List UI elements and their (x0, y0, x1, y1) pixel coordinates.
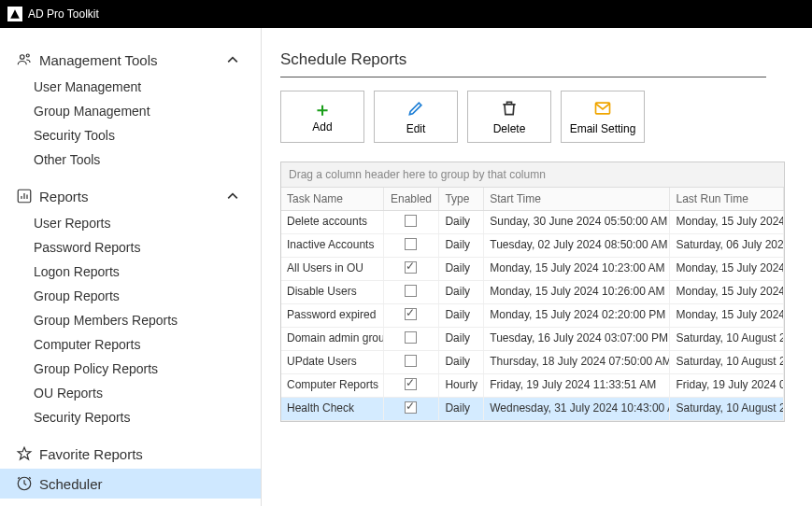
reports-icon (15, 187, 34, 205)
email-setting-button[interactable]: Email Setting (561, 91, 645, 143)
cell-last: Friday, 19 July 2024 01:3 (670, 374, 784, 397)
table-row[interactable]: Password expiredDailyMonday, 15 July 202… (281, 304, 784, 328)
cell-last: Monday, 15 July 2024 05 (670, 211, 784, 233)
cell-start: Monday, 15 July 2024 02:20:00 PM (484, 304, 670, 327)
cell-enabled[interactable] (384, 234, 440, 257)
checkbox-icon[interactable] (405, 215, 417, 227)
table-row[interactable]: Delete accountsDailySunday, 30 June 2024… (281, 211, 784, 234)
cell-last: Saturday, 10 August 202 (670, 328, 784, 350)
table-row[interactable]: All Users in OUDailyMonday, 15 July 2024… (281, 258, 784, 281)
group-by-hint[interactable]: Drag a column header here to group by th… (281, 162, 784, 188)
sidebar-item-logon-reports[interactable]: Logon Reports (0, 260, 261, 284)
grid-body: Delete accountsDailySunday, 30 June 2024… (281, 211, 784, 421)
chevron-up-icon (227, 52, 238, 68)
sidebar-item-favorite-reports[interactable]: Favorite Reports (0, 439, 261, 469)
content-pane: Schedule Reports ＋ Add Edit Delete (262, 28, 812, 506)
cell-enabled[interactable] (384, 281, 440, 303)
plus-icon: ＋ (313, 100, 332, 119)
cell-type: Daily (439, 351, 484, 373)
checkbox-icon[interactable] (405, 378, 417, 390)
cell-type: Daily (439, 398, 484, 420)
sidebar-item-group-management[interactable]: Group Management (0, 99, 261, 123)
button-label: Edit (406, 122, 426, 135)
table-row[interactable]: UPdate UsersDailyThursday, 18 July 2024 … (281, 351, 784, 374)
delete-button[interactable]: Delete (467, 91, 551, 143)
clock-icon (15, 474, 34, 493)
col-type[interactable]: Type (439, 188, 484, 210)
cell-enabled[interactable] (384, 304, 440, 327)
cell-task: Inactive Accounts (281, 234, 384, 257)
checkbox-icon[interactable] (405, 238, 417, 250)
sidebar-item-ou-reports[interactable]: OU Reports (0, 381, 261, 405)
table-row[interactable]: Disable UsersDailyMonday, 15 July 2024 1… (281, 281, 784, 304)
checkbox-icon[interactable] (405, 261, 417, 274)
sidebar-item-user-management[interactable]: User Management (0, 75, 261, 99)
sidebar-item-group-reports[interactable]: Group Reports (0, 284, 261, 308)
cell-enabled[interactable] (384, 258, 440, 280)
trash-icon (500, 99, 519, 120)
sidebar-item-label: Scheduler (39, 476, 103, 492)
button-label: Add (312, 120, 332, 134)
cell-enabled[interactable] (384, 328, 440, 350)
svg-point-2 (26, 54, 29, 57)
sidebar-item-user-reports[interactable]: User Reports (0, 211, 261, 235)
cell-task: UPdate Users (281, 351, 384, 373)
cell-last: Saturday, 10 August 202 (670, 351, 784, 373)
cell-task: Health Check (281, 398, 384, 420)
sidebar-item-other-tools[interactable]: Other Tools (0, 148, 261, 172)
edit-button[interactable]: Edit (374, 91, 458, 143)
cell-start: Thursday, 18 July 2024 07:50:00 AM (484, 351, 670, 373)
cell-last: Saturday, 10 August 202 (670, 398, 784, 420)
checkbox-icon[interactable] (405, 401, 417, 414)
cell-enabled[interactable] (384, 398, 440, 420)
sidebar-section-reports[interactable]: Reports (0, 181, 261, 211)
col-task-name[interactable]: Task Name (281, 188, 384, 210)
cell-task: Password expired (281, 304, 384, 327)
table-row[interactable]: Computer ReportsHourlyFriday, 19 July 20… (281, 374, 784, 398)
cell-last: Saturday, 06 July 2024 0 (670, 234, 784, 257)
table-row[interactable]: Health CheckDailyWednesday, 31 July 2024… (281, 398, 784, 421)
cell-enabled[interactable] (384, 351, 440, 373)
add-button[interactable]: ＋ Add (280, 91, 364, 143)
app-title: AD Pro Toolkit (28, 7, 99, 21)
sidebar-section-management[interactable]: Management Tools (0, 45, 261, 75)
sidebar-item-group-policy-reports[interactable]: Group Policy Reports (0, 357, 261, 381)
sidebar-item-group-members-reports[interactable]: Group Members Reports (0, 308, 261, 332)
cell-start: Tuesday, 16 July 2024 03:07:00 PM (484, 328, 670, 350)
checkbox-icon[interactable] (405, 308, 417, 320)
sidebar-item-password-reports[interactable]: Password Reports (0, 235, 261, 260)
sidebar-item-security-reports[interactable]: Security Reports (0, 405, 261, 429)
sidebar-item-computer-reports[interactable]: Computer Reports (0, 332, 261, 357)
checkbox-icon[interactable] (405, 355, 417, 367)
title-divider (280, 77, 766, 77)
checkbox-icon[interactable] (405, 285, 417, 297)
page-title: Schedule Reports (280, 50, 812, 69)
button-label: Email Setting (570, 122, 636, 135)
sidebar-item-label: Favorite Reports (39, 446, 143, 462)
cell-start: Monday, 15 July 2024 10:23:00 AM (484, 258, 670, 280)
cell-last: Monday, 15 July 2024 10 (670, 258, 784, 280)
cell-task: Disable Users (281, 281, 384, 303)
cell-start: Monday, 15 July 2024 10:26:00 AM (484, 281, 670, 303)
svg-marker-4 (18, 447, 31, 459)
cell-enabled[interactable] (384, 211, 440, 233)
cell-start: Wednesday, 31 July 2024 10:43:00 AM (484, 398, 670, 420)
cell-enabled[interactable] (384, 374, 440, 397)
cell-type: Daily (439, 328, 484, 350)
sidebar-item-security-tools[interactable]: Security Tools (0, 123, 261, 148)
cell-start: Tuesday, 02 July 2024 08:50:00 AM (484, 234, 670, 257)
table-row[interactable]: Domain admin groupDailyTuesday, 16 July … (281, 328, 784, 351)
svg-point-1 (21, 55, 25, 60)
svg-marker-0 (10, 9, 20, 19)
toolbar: ＋ Add Edit Delete Email Setting (280, 91, 812, 143)
sidebar-item-scheduler[interactable]: Scheduler (0, 469, 261, 499)
mail-icon (592, 99, 613, 120)
pencil-icon (406, 99, 425, 120)
col-enabled[interactable]: Enabled (384, 188, 440, 210)
checkbox-icon[interactable] (405, 331, 417, 344)
col-last-run[interactable]: Last Run Time (670, 188, 784, 210)
col-start-time[interactable]: Start Time (484, 188, 670, 210)
cell-last: Monday, 15 July 2024 10 (670, 281, 784, 303)
cell-start: Friday, 19 July 2024 11:33:51 AM (484, 374, 670, 397)
table-row[interactable]: Inactive AccountsDailyTuesday, 02 July 2… (281, 234, 784, 258)
